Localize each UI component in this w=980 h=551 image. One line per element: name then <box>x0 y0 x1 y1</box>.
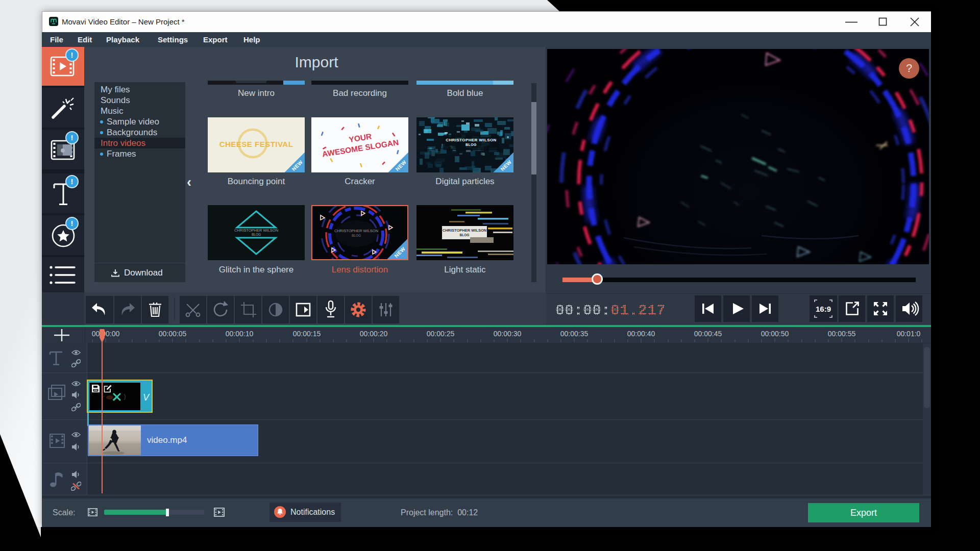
svg-text:00:00:05: 00:00:05 <box>159 330 187 338</box>
svg-text:00:00:25: 00:00:25 <box>427 330 455 338</box>
svg-text:00:01:0: 00:01:0 <box>897 330 921 338</box>
svg-text:BLOG: BLOG <box>352 234 361 237</box>
svg-text:00:00:35: 00:00:35 <box>560 330 589 338</box>
svg-text:00:00:00: 00:00:00 <box>92 330 120 338</box>
svg-text:00:00:55: 00:00:55 <box>828 330 856 338</box>
svg-text:00:00:45: 00:00:45 <box>694 330 722 338</box>
svg-text:00:00:10: 00:00:10 <box>226 330 254 338</box>
svg-text:00:00:40: 00:00:40 <box>627 330 655 338</box>
svg-text:00:00:15: 00:00:15 <box>293 330 321 338</box>
svg-text:16:9: 16:9 <box>816 305 831 313</box>
svg-text:00:00:30: 00:00:30 <box>494 330 522 338</box>
svg-text:00:00:20: 00:00:20 <box>360 330 388 338</box>
svg-text:CHRISTOPHER WILSON: CHRISTOPHER WILSON <box>334 229 378 233</box>
svg-text:CHRISTOPHER WILSON: CHRISTOPHER WILSON <box>234 228 278 233</box>
svg-text:00:00:50: 00:00:50 <box>761 330 789 338</box>
svg-text:BLOG: BLOG <box>252 233 261 236</box>
